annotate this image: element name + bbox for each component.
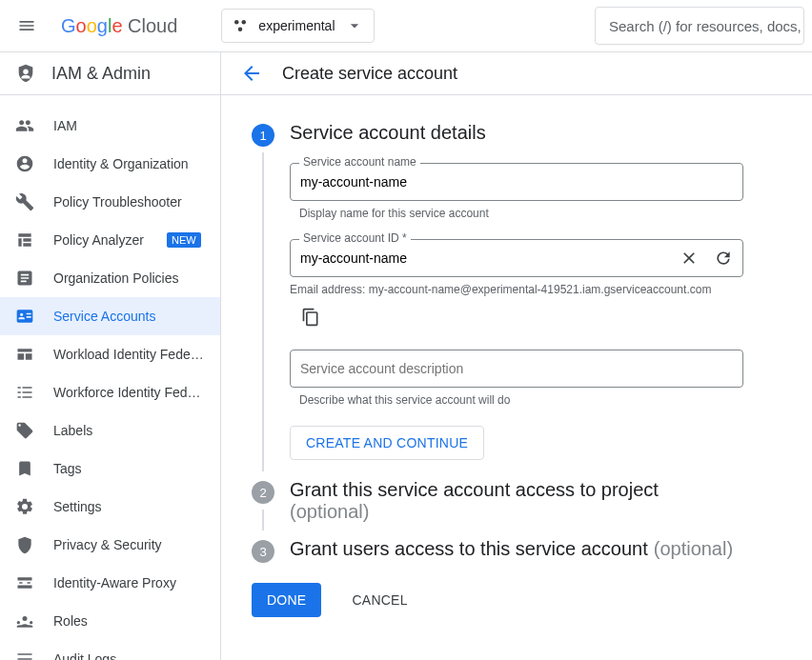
proxy-icon	[15, 573, 34, 592]
nav-item-workload-identity[interactable]: Workload Identity Federat…	[0, 335, 220, 373]
logo-product-text: Cloud	[128, 15, 177, 36]
step-connector	[262, 510, 264, 530]
project-name: experimental	[258, 18, 335, 33]
step-2: 2 Grant this service account access to p…	[252, 479, 793, 523]
hamburger-icon	[17, 16, 36, 35]
nav-label: Roles	[53, 613, 88, 629]
nav-item-identity-org[interactable]: Identity & Organization	[0, 145, 220, 183]
form-actions: DONE CANCEL	[252, 583, 793, 617]
account-icon	[15, 154, 34, 173]
tag-icon	[15, 421, 34, 440]
nav-item-roles[interactable]: Roles	[0, 602, 220, 640]
refresh-icon[interactable]	[714, 249, 733, 268]
step-3: 3 Grant users access to this service acc…	[252, 538, 793, 560]
page-title: Create service account	[282, 64, 457, 84]
description-helper: Describe what this service account will …	[299, 393, 793, 407]
list-icon	[15, 383, 34, 402]
id-field-label: Service account ID *	[299, 231, 411, 245]
shield-icon	[15, 535, 34, 554]
nav-label: Labels	[53, 423, 92, 438]
nav-label: Policy Troubleshooter	[53, 194, 182, 210]
nav-item-tags[interactable]: Tags	[0, 450, 220, 488]
svg-point-0	[234, 20, 239, 25]
nav-label: Workload Identity Federat…	[53, 347, 205, 362]
section-icon	[15, 63, 36, 84]
nav-label: Identity-Aware Proxy	[53, 575, 176, 590]
back-button[interactable]	[240, 62, 263, 85]
wif-icon	[15, 345, 34, 364]
people-icon	[15, 116, 34, 135]
cancel-button[interactable]: CANCEL	[336, 583, 422, 617]
nav-item-iap[interactable]: Identity-Aware Proxy	[0, 564, 220, 602]
svg-point-3	[23, 69, 29, 74]
hamburger-menu-button[interactable]	[8, 7, 46, 45]
clear-icon[interactable]	[680, 249, 699, 268]
page-header: Create service account	[221, 52, 812, 95]
nav-label: Privacy & Security	[53, 537, 162, 552]
svg-point-2	[238, 28, 243, 32]
left-sidebar: IAM & Admin IAM Identity & Organization …	[0, 52, 221, 660]
article-icon	[15, 269, 34, 288]
name-field-label: Service account name	[299, 155, 420, 169]
arrow-back-icon	[240, 62, 263, 85]
section-header: IAM & Admin	[0, 52, 220, 95]
nav-list[interactable]: IAM Identity & Organization Policy Troub…	[0, 95, 220, 660]
service-account-name-field: Service account name	[290, 163, 793, 201]
project-picker[interactable]: experimental	[221, 9, 374, 43]
name-helper: Display name for this service account	[299, 207, 793, 220]
nav-item-policy-analyzer[interactable]: Policy Analyzer NEW	[0, 221, 220, 259]
service-account-description-field	[290, 350, 793, 388]
step-connector	[262, 152, 264, 471]
step-1: 1 Service account details Service accoun…	[252, 122, 793, 460]
top-bar: Google Cloud experimental Search (/) for…	[0, 0, 812, 52]
done-button[interactable]: DONE	[252, 583, 321, 617]
email-address-line: Email address: my-account-name@experimen…	[290, 283, 793, 296]
nav-item-policy-troubleshooter[interactable]: Policy Troubleshooter	[0, 183, 220, 221]
nav-item-service-accounts[interactable]: Service Accounts	[0, 297, 220, 335]
nav-label: IAM	[53, 118, 77, 133]
step-2-badge: 2	[252, 481, 274, 504]
nav-label: Tags	[53, 461, 82, 476]
step-1-badge: 1	[252, 124, 274, 147]
nav-label: Service Accounts	[53, 309, 155, 324]
description-input[interactable]	[300, 361, 733, 376]
search-placeholder: Search (/) for resources, docs,	[609, 18, 802, 34]
nav-item-iam[interactable]: IAM	[0, 107, 220, 145]
id-input[interactable]	[300, 250, 680, 266]
nav-item-labels[interactable]: Labels	[0, 411, 220, 450]
wrench-icon	[15, 192, 34, 211]
new-badge: NEW	[167, 232, 201, 248]
form-content: 1 Service account details Service accoun…	[221, 95, 812, 660]
step-2-title: Grant this service account access to pro…	[290, 479, 793, 523]
nav-item-settings[interactable]: Settings	[0, 488, 220, 526]
nav-label: Identity & Organization	[53, 156, 189, 171]
svg-point-1	[242, 20, 247, 25]
search-input[interactable]: Search (/) for resources, docs,	[595, 7, 804, 45]
nav-label: Workforce Identity Federa…	[53, 385, 205, 400]
google-cloud-logo[interactable]: Google Cloud	[53, 15, 185, 37]
step-3-title: Grant users access to this service accou…	[290, 538, 793, 560]
nav-item-privacy-security[interactable]: Privacy & Security	[0, 526, 220, 564]
step-1-title: Service account details	[290, 122, 793, 144]
create-and-continue-button[interactable]: CREATE AND CONTINUE	[290, 426, 484, 460]
nav-item-org-policies[interactable]: Organization Policies	[0, 259, 220, 297]
step-3-badge: 3	[252, 540, 274, 563]
badge-icon	[15, 307, 34, 326]
nav-item-workforce-identity[interactable]: Workforce Identity Federa…	[0, 373, 220, 411]
name-input[interactable]	[300, 174, 733, 190]
section-title: IAM & Admin	[51, 64, 151, 84]
copy-icon	[301, 308, 320, 327]
project-icon	[232, 17, 249, 34]
bookmark-icon	[15, 459, 34, 478]
nav-item-audit-logs[interactable]: Audit Logs	[0, 640, 220, 660]
nav-label: Audit Logs	[53, 651, 116, 660]
gear-icon	[15, 497, 34, 516]
nav-label: Policy Analyzer	[53, 232, 144, 248]
roles-icon	[15, 611, 34, 630]
main-content: Create service account 1 Service account…	[221, 52, 812, 660]
audit-icon	[15, 650, 34, 660]
nav-label: Settings	[53, 499, 102, 514]
copy-email-button[interactable]	[301, 308, 793, 330]
dropdown-icon	[345, 16, 364, 35]
service-account-id-field: Service account ID *	[290, 239, 793, 277]
